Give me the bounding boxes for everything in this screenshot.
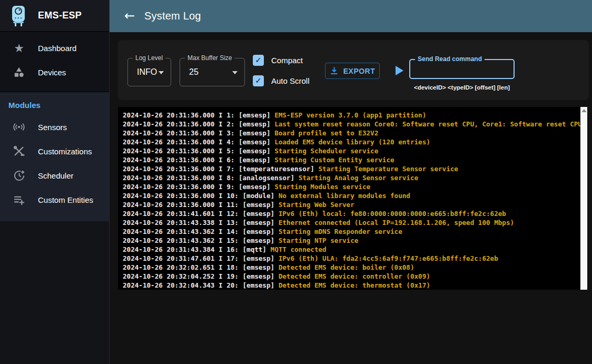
app-title: EMS-ESP	[38, 10, 82, 21]
log-line-prefix: 2024-10-26 20:31:36.000 I 6: [emsesp]	[123, 156, 274, 164]
sidebar-item-label: Sensors	[38, 123, 67, 132]
send-read-command-input[interactable]	[410, 60, 514, 78]
auto-scroll-checkbox-label: Auto Scroll	[271, 76, 310, 85]
log-line: 2024-10-26 20:31:36.000 I 4: [emsesp] Lo…	[123, 137, 587, 146]
sidebar-nav: ★DashboardDevices	[0, 32, 109, 92]
sidebar-item-scheduler[interactable]: Scheduler	[0, 163, 109, 188]
log-line-prefix: 2024-10-26 20:31:41.601 I 12: [emsesp]	[123, 210, 279, 218]
sidebar-item-devices[interactable]: Devices	[0, 60, 109, 84]
log-line: 2024-10-26 20:31:36.000 I 9: [emsesp] St…	[123, 182, 587, 191]
sidebar-item-customizations[interactable]: Customizations	[0, 139, 109, 163]
ems-esp-app: EMS-ESP ★DashboardDevices Modules Sensor…	[0, 0, 592, 364]
log-line-message: Starting NTP service	[279, 237, 359, 244]
log-line: 2024-10-26 20:31:36.000 I 10: [module] N…	[123, 191, 587, 200]
sidebar-filler	[0, 221, 109, 364]
log-line-message: Detected EMS device: controller (0x09)	[279, 272, 430, 280]
log-line-message: Starting Modules service	[274, 183, 370, 191]
tools-icon	[13, 145, 25, 158]
export-button[interactable]: EXPORT	[325, 63, 380, 79]
log-line: 2024-10-26 20:31:43.384 I 16: [mqtt] MQT…	[123, 245, 587, 254]
log-level-value: INFO	[137, 67, 157, 77]
console-scrollbar[interactable]	[580, 107, 587, 290]
send-read-command-helper: <deviceID> <typeID> [offset] [len]	[405, 84, 519, 91]
log-line-message: Starting Scheduler service	[274, 147, 378, 155]
log-line: 2024-10-26 20:31:36.000 I 2: [emsesp] La…	[123, 120, 587, 129]
log-line: 2024-10-26 20:31:36.000 I 5: [emsesp] St…	[123, 146, 587, 155]
boiler-logo-icon	[8, 5, 28, 27]
scrollbar-up-arrow-icon[interactable]	[581, 109, 587, 112]
clock-plus-icon	[13, 169, 25, 182]
content: Log Level INFO Max Buffer Size 25 ✓ Comp…	[110, 32, 592, 364]
log-line-prefix: 2024-10-26 20:31:36.000 I 2: [emsesp]	[123, 120, 274, 128]
chevron-down-icon	[232, 71, 238, 74]
log-line-prefix: 2024-10-26 20:31:43.338 I 13: [emsesp]	[123, 219, 279, 227]
log-line-message: Detected EMS device: boiler (0x08)	[279, 263, 415, 271]
log-line-prefix: 2024-10-26 20:32:04.252 I 19: [emsesp]	[123, 272, 279, 280]
log-line-message: IPv6 (Eth) ULA: fda2:4cc5:6af9:f747:e665…	[279, 254, 498, 262]
sidebar-header: EMS-ESP	[0, 0, 109, 32]
antenna-icon	[13, 121, 25, 133]
max-buffer-size-label: Max Buffer Size	[185, 54, 234, 62]
send-play-icon[interactable]	[396, 66, 403, 75]
log-line: 2024-10-26 20:31:43.338 I 13: [emsesp] E…	[123, 218, 587, 227]
log-line-prefix: 2024-10-26 20:31:47.601 I 17: [emsesp]	[123, 254, 279, 262]
category-icon	[13, 66, 25, 78]
log-line-message: MQTT connected	[271, 245, 327, 253]
send-read-command-field: Send Read command	[409, 59, 515, 79]
export-button-label: EXPORT	[343, 67, 376, 75]
log-line: 2024-10-26 20:32:02.651 I 18: [emsesp] D…	[123, 263, 587, 272]
log-line-message: Ethernet connected (Local IP=192.168.1.2…	[279, 219, 514, 227]
sidebar-item-label: Scheduler	[38, 171, 74, 180]
log-line: 2024-10-26 20:31:36.000 I 7: [temperatur…	[123, 164, 587, 173]
log-line: 2024-10-26 20:31:36.000 I 1: [emsesp] EM…	[123, 111, 587, 120]
log-line-prefix: 2024-10-26 20:31:36.000 I 5: [emsesp]	[123, 147, 274, 155]
log-line-message: Board profile set to E32V2	[274, 129, 378, 137]
star-icon: ★	[13, 42, 25, 54]
log-line-prefix: 2024-10-26 20:31:36.000 I 7: [temperatur…	[123, 165, 319, 173]
log-line-message: Loaded EMS device library (120 entries)	[274, 138, 430, 146]
log-line: 2024-10-26 20:32:04.252 I 19: [emsesp] D…	[123, 272, 587, 281]
log-line-prefix: 2024-10-26 20:31:43.384 I 16: [mqtt]	[123, 245, 271, 253]
sidebar-item-custom-entities[interactable]: Custom Entities	[0, 188, 109, 212]
auto-scroll-checkbox[interactable]: ✓	[253, 75, 264, 86]
log-line-message: Last system reset reason Core0: Software…	[274, 120, 582, 128]
send-read-command-label: Send Read command	[415, 55, 485, 63]
log-line-message: Starting Custom Entity service	[274, 156, 394, 164]
appbar: ← System Log	[110, 0, 592, 32]
auto-scroll-checkbox-row[interactable]: ✓ Auto Scroll	[253, 75, 310, 86]
log-toolbar-card: Log Level INFO Max Buffer Size 25 ✓ Comp…	[118, 40, 589, 100]
download-icon	[330, 66, 339, 75]
log-line: 2024-10-26 20:31:43.362 I 14: [emsesp] S…	[123, 227, 587, 236]
log-line-prefix: 2024-10-26 20:31:36.000 I 11: [emsesp]	[123, 201, 279, 209]
sidebar-item-label: Dashboard	[38, 44, 76, 53]
log-level-select[interactable]: Log Level INFO	[127, 58, 171, 86]
log-line-prefix: 2024-10-26 20:31:36.000 I 4: [emsesp]	[123, 138, 274, 146]
log-line-prefix: 2024-10-26 20:32:04.343 I 20: [emsesp]	[123, 281, 279, 289]
log-line-prefix: 2024-10-26 20:31:43.362 I 14: [emsesp]	[123, 228, 279, 235]
log-line: 2024-10-26 20:31:36.000 I 3: [emsesp] Bo…	[123, 129, 587, 137]
system-log-console[interactable]: 2024-10-26 20:31:36.000 I 1: [emsesp] EM…	[118, 107, 587, 290]
log-line-message: IPv6 (Eth) local: fe80:0000:0000:0000:e6…	[279, 210, 506, 218]
log-line-message: No external library modules found	[279, 192, 410, 200]
sidebar-item-dashboard[interactable]: ★Dashboard	[0, 36, 109, 60]
back-arrow-icon[interactable]: ←	[122, 9, 137, 24]
log-level-label: Log Level	[133, 54, 165, 62]
compact-checkbox-row[interactable]: ✓ Compact	[253, 55, 303, 66]
log-line: 2024-10-26 20:31:36.000 I 8: [analogsens…	[123, 173, 587, 182]
sidebar-modules-section: Modules SensorsCustomizationsSchedulerCu…	[0, 92, 109, 221]
sidebar-item-sensors[interactable]: Sensors	[0, 115, 109, 139]
log-line-prefix: 2024-10-26 20:31:36.000 I 8: [analogsens…	[123, 174, 299, 182]
log-line: 2024-10-26 20:32:04.343 I 20: [emsesp] D…	[123, 281, 587, 290]
log-line-message: Detected EMS device: thermostat (0x17)	[279, 281, 430, 289]
playlist-add-icon	[13, 193, 25, 206]
log-line: 2024-10-26 20:31:41.601 I 12: [emsesp] I…	[123, 209, 587, 218]
log-line-message: Starting Web Server	[279, 201, 354, 209]
log-line: 2024-10-26 20:31:36.000 I 6: [emsesp] St…	[123, 155, 587, 164]
max-buffer-size-select[interactable]: Max Buffer Size 25	[180, 58, 245, 86]
log-line-prefix: 2024-10-26 20:31:43.362 I 15: [emsesp]	[123, 237, 279, 244]
log-line-message: Starting Temperature Sensor service	[319, 165, 458, 173]
log-line-prefix: 2024-10-26 20:31:36.000 I 1: [emsesp]	[123, 111, 274, 119]
compact-checkbox[interactable]: ✓	[253, 55, 264, 66]
compact-checkbox-label: Compact	[271, 56, 303, 65]
log-line: 2024-10-26 20:31:43.362 I 15: [emsesp] S…	[123, 236, 587, 245]
